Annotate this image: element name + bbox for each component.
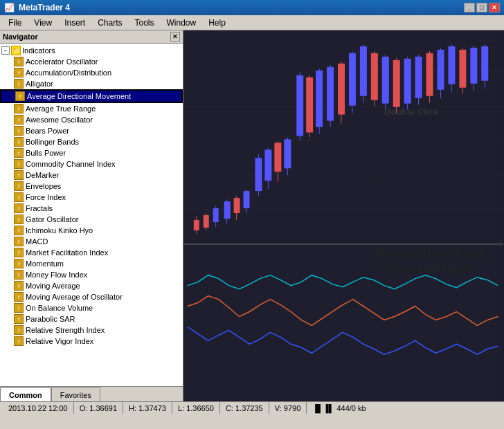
indicator-label: Money Flow Index (26, 271, 87, 279)
svg-rect-21 (255, 158, 262, 191)
indicator-item[interactable]: f Bears Power (0, 125, 183, 136)
indicator-item[interactable]: f Accelerator Oscillator (0, 56, 183, 67)
chart-area[interactable]: Double Click Average DirectionalMovement… (183, 30, 504, 401)
indicator-icon: f (14, 237, 24, 246)
svg-rect-43 (371, 53, 378, 100)
title-bar-left: 📈 MetaTrader 4 (4, 3, 70, 12)
indicator-label: Force Index (26, 193, 66, 201)
svg-rect-45 (382, 57, 389, 104)
svg-rect-51 (415, 57, 422, 98)
double-click-label: Double Click (384, 107, 439, 117)
indicator-icon: f (14, 126, 24, 136)
bars-icon: ▐▌▐▌ (312, 404, 334, 412)
svg-rect-59 (459, 50, 466, 88)
indicator-item[interactable]: f Market Facilitation Index (0, 247, 183, 258)
indicator-item[interactable]: f DeMarker (0, 170, 183, 181)
svg-rect-53 (426, 53, 433, 96)
indicator-item[interactable]: f Fractals (0, 203, 183, 214)
indicator-icon: f (14, 303, 24, 313)
indicator-item[interactable]: f Bollinger Bands (0, 136, 183, 147)
indicator-item[interactable]: f Relative Strength Index (0, 325, 183, 336)
bars-value: 444/0 kb (336, 404, 366, 412)
tab-common[interactable]: Common (0, 387, 51, 401)
navigator-close-button[interactable]: ✕ (170, 32, 180, 42)
indicator-label: Average Directional Movement (27, 92, 131, 100)
close-button[interactable]: ✕ (489, 3, 500, 12)
indicator-icon: f (14, 325, 24, 335)
indicator-icon: f (14, 214, 24, 224)
indicator-label: Relative Strength Index (26, 326, 105, 334)
status-close: C: 1.37235 (220, 402, 269, 414)
indicator-item[interactable]: f On Balance Volume (0, 302, 183, 313)
indicator-item[interactable]: f Ichimoku Kinko Hyo (0, 225, 183, 236)
menu-bar: File View Insert Charts Tools Window Hel… (0, 15, 504, 30)
indicator-item[interactable]: f Gator Oscillator (0, 214, 183, 225)
indicator-icon: f (14, 159, 24, 169)
indicator-icon: f (14, 192, 24, 202)
svg-rect-15 (224, 201, 231, 219)
indicator-item[interactable]: f Envelopes (0, 181, 183, 192)
indicator-item[interactable]: f MACD (0, 236, 183, 247)
tab-favorites[interactable]: Favorites (51, 387, 100, 401)
menu-file[interactable]: File (3, 17, 27, 29)
menu-insert[interactable]: Insert (59, 17, 91, 29)
svg-rect-61 (470, 48, 477, 84)
indicator-item[interactable]: f Money Flow Index (0, 269, 183, 280)
indicator-icon: f (14, 259, 24, 268)
indicator-icon: f (14, 104, 24, 113)
menu-help[interactable]: Help (203, 17, 231, 29)
indicator-item[interactable]: f Average True Range (0, 103, 183, 114)
indicators-root[interactable]: − 📁 Indicators (0, 45, 183, 56)
indicator-item[interactable]: f Alligator (0, 78, 183, 89)
indicator-icon: f (15, 91, 25, 101)
indicator-label: Accumulation/Distribution (26, 69, 111, 77)
title-bar-controls: _ □ ✕ (464, 3, 500, 12)
indicator-item[interactable]: f Parabolic SAR (0, 313, 183, 325)
svg-rect-31 (306, 77, 313, 133)
indicator-item[interactable]: f Commodity Channel Index (0, 158, 183, 170)
status-volume: V: 9790 (269, 402, 307, 414)
status-bars: ▐▌▐▌ 444/0 kb (307, 402, 371, 414)
menu-tools[interactable]: Tools (129, 17, 160, 29)
collapse-icon[interactable]: − (1, 46, 10, 55)
indicator-item[interactable]: f Accumulation/Distribution (0, 67, 183, 78)
title-bar: 📈 MetaTrader 4 _ □ ✕ (0, 0, 504, 15)
indicator-label: Commodity Channel Index (26, 160, 116, 168)
navigator-title: Navigator (3, 33, 38, 41)
menu-window[interactable]: Window (161, 17, 202, 29)
indicator-label: Bears Power (26, 127, 69, 135)
indicator-label: Awesome Oscillator (26, 116, 93, 124)
indicator-item[interactable]: f Momentum (0, 258, 183, 269)
indicator-icon: f (14, 115, 24, 125)
indicator-item[interactable]: f Moving Average (0, 280, 183, 291)
menu-charts[interactable]: Charts (92, 17, 127, 29)
indicator-icon: f (14, 137, 24, 147)
svg-rect-9 (194, 220, 199, 230)
indicator-label: Moving Average of Oscillator (26, 293, 123, 301)
indicator-icon: f (14, 79, 24, 89)
svg-rect-27 (284, 139, 291, 168)
indicator-item[interactable]: f Moving Average of Oscillator (0, 291, 183, 302)
indicator-label: Momentum (26, 259, 64, 268)
indicator-item[interactable]: f Relative Vigor Index (0, 336, 183, 347)
svg-rect-37 (338, 64, 345, 115)
indicator-label: DeMarker (26, 171, 59, 179)
svg-rect-25 (274, 143, 281, 172)
indicator-label: Fractals (26, 204, 53, 212)
svg-rect-35 (327, 67, 334, 121)
indicator-item[interactable]: f Bulls Power (0, 147, 183, 158)
nav-tree[interactable]: − 📁 Indicators f Accelerator Oscillator … (0, 44, 183, 386)
app-icon: 📈 (4, 3, 15, 12)
maximize-button[interactable]: □ (476, 3, 487, 12)
svg-rect-17 (234, 198, 240, 213)
indicator-item[interactable]: f Force Index (0, 192, 183, 203)
svg-rect-63 (481, 46, 488, 81)
indicator-label: Parabolic SAR (26, 315, 75, 323)
indicator-item-selected[interactable]: f Average Directional Movement (0, 89, 183, 103)
svg-rect-33 (316, 71, 323, 127)
navigator-header: Navigator ✕ (0, 30, 183, 44)
indicator-label: Gator Oscillator (26, 215, 78, 223)
minimize-button[interactable]: _ (464, 3, 475, 12)
indicator-item[interactable]: f Awesome Oscillator (0, 114, 183, 125)
menu-view[interactable]: View (28, 17, 57, 29)
